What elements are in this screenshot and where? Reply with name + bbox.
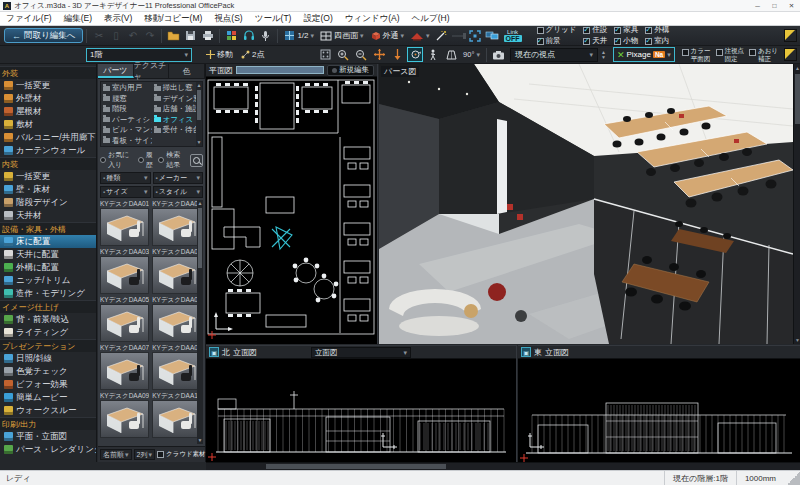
orbit-icon[interactable] [407,47,423,62]
columns-select[interactable]: 2列 [134,449,155,460]
sidebar-item-一括変更[interactable]: 一括変更 [0,79,96,92]
sidebar-item-日照/斜線[interactable]: 日照/斜線 [0,352,96,365]
select-サイズ[interactable]: サイズ [100,186,151,198]
elevation-north-viewport[interactable]: ▣ 北 立面図 立面図 [206,345,517,462]
filter-radio-お気に入り[interactable]: お気に入り [100,150,135,170]
zoom-in-icon[interactable] [335,47,351,62]
filter-radio-履歴[interactable]: 履歴 [138,150,156,170]
catalog-tab-テクスチャ[interactable]: テクスチャ [134,64,170,78]
catalog-item-KYデスクDAA01[interactable]: KYデスクDAA01 [100,200,149,246]
category-店舗・施設[interactable]: 店舗・施設 [154,104,203,115]
two-point-button[interactable]: 2点 [241,49,264,60]
elevation-type-select[interactable]: 立面図 [311,347,411,358]
menu-item-2[interactable]: 表示(V) [98,13,138,25]
perspective-render[interactable] [379,64,793,344]
perspective-viewport[interactable]: パース図 [379,64,800,344]
back-to-floorplan-button[interactable]: ← 間取り編集へ [4,28,83,43]
sidebar-item-色覚チェック[interactable]: 色覚チェック [0,365,96,378]
save-icon[interactable] [183,28,198,43]
menu-item-6[interactable]: 設定(O) [297,13,338,25]
select-種類[interactable]: 種類 [100,172,151,184]
catalog-tab-パーツ[interactable]: パーツ [98,64,134,78]
sidebar-item-カーテンウォール[interactable]: カーテンウォール [0,144,96,157]
elevation-north-drawing[interactable] [206,359,517,462]
display-check-7[interactable]: 室内 [645,36,669,46]
catalog-item-KYデスクDAA05[interactable]: KYデスクDAA05 [100,296,149,342]
display-check-4[interactable]: 前景 [537,36,577,46]
minimize-button[interactable]: ─ [749,0,766,11]
select-スタイル[interactable]: スタイル [153,186,204,198]
sidebar-item-ウォークスルー[interactable]: ウォークスルー [0,404,96,417]
view-check-2[interactable]: あおり補正 [749,47,778,62]
notice-icon[interactable] [784,29,797,42]
sidebar-item-ビフォー効果[interactable]: ビフォー効果 [0,378,96,391]
print-icon[interactable] [200,28,215,43]
menu-item-7[interactable]: ウィンドウ(A) [339,13,406,25]
sort-select[interactable]: 名前順 [100,449,132,460]
category-デザイン窓[interactable]: デザイン窓 [154,94,203,105]
category-ビル・マンション[interactable]: ビル・マンション [103,125,152,136]
display-check-2[interactable]: 家具 [614,25,638,35]
quad-view-dropdown[interactable]: 四画面 [317,28,367,43]
zoom-out-icon[interactable] [353,47,369,62]
menu-item-0[interactable]: ファイル(F) [0,13,58,25]
elevation-east-viewport[interactable]: ▣ 東 立面図 [518,345,800,462]
catalog-scrollbar[interactable]: ▲▼ [197,200,203,444]
category-腰窓[interactable]: 腰窓 [103,94,152,105]
sidebar-item-パース・レンダリング[interactable]: パース・レンダリング [0,443,96,456]
sidebar-item-ニッチ/トリム[interactable]: ニッチ/トリム [0,274,96,287]
sidebar-item-背・前景/映込[interactable]: 背・前景/映込 [0,313,96,326]
sidebar-item-屋根材[interactable]: 屋根材 [0,105,96,118]
plan-viewport[interactable]: 平面図 新規編集 [206,64,378,344]
sidebar-item-天井材[interactable]: 天井材 [0,209,96,222]
panel-toggle-icon[interactable] [784,48,797,61]
pixage-button[interactable]: ✕ Pixage Na [613,47,675,62]
select-メーカー[interactable]: メーカー [153,172,204,184]
catalog-item-KYデスクDAA04[interactable]: KYデスクDAA04 [152,248,201,294]
plan-drawing[interactable] [206,77,378,344]
sidebar-item-外構に配置[interactable]: 外構に配置 [0,261,96,274]
headset-icon[interactable] [241,28,256,43]
view-check-1[interactable]: 注視点固定 [716,47,745,62]
display-check-0[interactable]: グリッド [537,25,577,35]
angle-dropdown[interactable]: 90° [460,47,483,62]
display-check-3[interactable]: 外構 [645,25,669,35]
wand-icon[interactable] [434,28,449,43]
new-edit-button[interactable]: 新規編集 [327,65,374,76]
walk-icon[interactable] [425,47,441,62]
exterior-dropdown[interactable]: 外通 [367,28,408,43]
catalog-item-KYデスクDAA06[interactable]: KYデスクDAA06 [152,296,201,342]
category-室内用戸[interactable]: 室内用戸 [103,83,152,94]
category-掃出し窓[interactable]: 掃出し窓 [154,83,203,94]
grid-snap-icon[interactable] [317,47,333,62]
sidebar-item-造作・モデリング[interactable]: 造作・モデリング [0,287,96,300]
resize-grip[interactable] [788,471,800,485]
category-パーティション[interactable]: パーティション [103,115,152,126]
redo-icon[interactable]: ↷ [142,28,157,43]
menu-item-8[interactable]: ヘルプ(H) [406,13,456,25]
catalog-tab-色[interactable]: 色 [169,64,205,78]
drop-down-arrow-icon[interactable] [389,47,405,62]
undo-icon[interactable]: ↶ [125,28,140,43]
display-check-1[interactable]: 住設 [583,25,607,35]
catalog-item-KYデスクDAA09[interactable]: KYデスクDAA09 [100,392,149,438]
display-check-5[interactable]: 天井 [583,36,607,46]
category-階段[interactable]: 階段 [103,104,152,115]
horizontal-scrollbar[interactable] [206,462,800,470]
search-icon[interactable] [190,154,203,167]
perspective-vertical-scrollbar[interactable]: ▲▼ [793,64,800,344]
pan-icon[interactable] [371,47,387,62]
close-button[interactable]: ✕ [783,0,800,11]
category-看板・サイン[interactable]: 看板・サイン [103,136,152,147]
menu-item-1[interactable]: 編集(E) [58,13,98,25]
category-受付・待合[interactable]: 受付・待合 [154,125,203,136]
sidebar-item-床に配置[interactable]: 床に配置 [0,235,96,248]
sidebar-item-ライティング[interactable]: ライティング [0,326,96,339]
maximize-button[interactable]: □ [766,0,783,11]
apps-icon[interactable] [224,28,239,43]
move-button[interactable]: 移動 [206,49,233,60]
sidebar-item-階段デザイン[interactable]: 階段デザイン [0,196,96,209]
cut-icon[interactable]: ✂ [91,28,106,43]
catalog-item-KYデスクDAA10[interactable]: KYデスクDAA10 [152,392,201,438]
catalog-item-KYデスクDAA07[interactable]: KYデスクDAA07 [100,344,149,390]
